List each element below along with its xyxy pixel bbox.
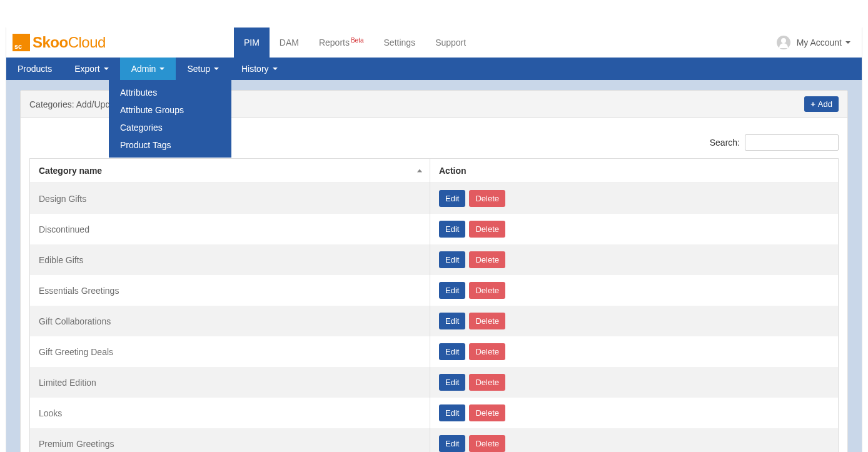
chevron-down-icon — [273, 68, 278, 70]
action-cell: EditDelete — [430, 214, 839, 244]
table-row: Design GiftsEditDelete — [30, 183, 839, 214]
table-row: Limited EditionEditDelete — [30, 367, 839, 398]
edit-button[interactable]: Edit — [439, 374, 465, 391]
category-name-cell: Edible Gifts — [30, 244, 430, 275]
delete-button[interactable]: Delete — [469, 221, 505, 238]
category-name-cell: Essentials Greetings — [30, 275, 430, 306]
action-cell: EditDelete — [430, 398, 839, 428]
delete-button[interactable]: Delete — [469, 435, 505, 452]
delete-button[interactable]: Delete — [469, 374, 505, 391]
table-row: Gift CollaborationsEditDelete — [30, 306, 839, 336]
admin-menu-product-tags[interactable]: Product Tags — [109, 136, 231, 154]
delete-button[interactable]: Delete — [469, 343, 505, 360]
col-action: Action — [430, 159, 839, 183]
chevron-down-icon — [214, 68, 219, 70]
edit-button[interactable]: Edit — [439, 404, 465, 421]
action-cell: EditDelete — [430, 336, 839, 367]
table-row: DiscontinuedEditDelete — [30, 214, 839, 244]
brand[interactable]: sc SkooCloud — [6, 28, 106, 58]
action-cell: EditDelete — [430, 306, 839, 336]
categories-table: Category name Action Design GiftsEditDel… — [29, 158, 839, 452]
category-name-cell: Premium Greetings — [30, 428, 430, 452]
admin-menu-attribute-groups[interactable]: Attribute Groups — [109, 101, 231, 119]
admin-dropdown: AttributesAttribute GroupsCategoriesProd… — [109, 80, 231, 158]
search-input[interactable] — [745, 134, 839, 151]
category-name-cell: Design Gifts — [30, 183, 430, 214]
top-nav: sc SkooCloud PIMDAMReportsBetaSettingsSu… — [6, 28, 862, 58]
top-tab-support[interactable]: Support — [425, 28, 476, 58]
edit-button[interactable]: Edit — [439, 343, 465, 360]
admin-menu-categories[interactable]: Categories — [109, 119, 231, 136]
delete-button[interactable]: Delete — [469, 251, 505, 268]
category-name-cell: Gift Collaborations — [30, 306, 430, 336]
top-tab-dam[interactable]: DAM — [270, 28, 309, 58]
search-label: Search: — [710, 138, 740, 148]
subnav-products[interactable]: Products — [6, 58, 63, 80]
category-name-cell: Limited Edition — [30, 367, 430, 398]
edit-button[interactable]: Edit — [439, 282, 465, 299]
action-cell: EditDelete — [430, 183, 839, 214]
chevron-down-icon — [845, 41, 850, 44]
account-label: My Account — [797, 38, 842, 48]
avatar-icon — [777, 36, 790, 49]
top-tab-reports[interactable]: ReportsBeta — [309, 28, 374, 58]
subnav-export[interactable]: Export — [63, 58, 119, 80]
edit-button[interactable]: Edit — [439, 313, 465, 329]
delete-button[interactable]: Delete — [469, 404, 505, 421]
add-button[interactable]: +Add — [804, 96, 839, 112]
edit-button[interactable]: Edit — [439, 251, 465, 268]
action-cell: EditDelete — [430, 275, 839, 306]
chevron-down-icon — [159, 68, 164, 70]
table-row: Premium GreetingsEditDelete — [30, 428, 839, 452]
account-menu[interactable]: My Account — [777, 28, 862, 58]
edit-button[interactable]: Edit — [439, 190, 465, 207]
subnav-history[interactable]: History — [230, 58, 289, 80]
table-row: Gift Greeting DealsEditDelete — [30, 336, 839, 367]
top-tab-settings[interactable]: Settings — [374, 28, 426, 58]
action-cell: EditDelete — [430, 367, 839, 398]
subnav-admin[interactable]: Admin — [120, 58, 176, 80]
subnav-setup[interactable]: Setup — [176, 58, 230, 80]
edit-button[interactable]: Edit — [439, 221, 465, 238]
delete-button[interactable]: Delete — [469, 313, 505, 329]
table-row: Edible GiftsEditDelete — [30, 244, 839, 275]
category-name-cell: Gift Greeting Deals — [30, 336, 430, 367]
table-row: Essentials GreetingsEditDelete — [30, 275, 839, 306]
delete-button[interactable]: Delete — [469, 282, 505, 299]
beta-badge: Beta — [351, 37, 364, 44]
brand-name: SkooCloud — [33, 34, 106, 51]
col-category-name[interactable]: Category name — [30, 159, 430, 183]
action-cell: EditDelete — [430, 428, 839, 452]
chevron-down-icon — [104, 68, 109, 70]
category-name-cell: Looks — [30, 398, 430, 428]
brand-logo: sc — [13, 34, 30, 51]
delete-button[interactable]: Delete — [469, 190, 505, 207]
plus-icon: + — [810, 99, 815, 109]
category-name-cell: Discontinued — [30, 214, 430, 244]
action-cell: EditDelete — [430, 244, 839, 275]
edit-button[interactable]: Edit — [439, 435, 465, 452]
admin-menu-attributes[interactable]: Attributes — [109, 84, 231, 101]
top-tab-pim[interactable]: PIM — [234, 28, 270, 58]
table-row: LooksEditDelete — [30, 398, 839, 428]
sub-nav: ProductsExportAdminSetupHistory — [6, 58, 862, 80]
